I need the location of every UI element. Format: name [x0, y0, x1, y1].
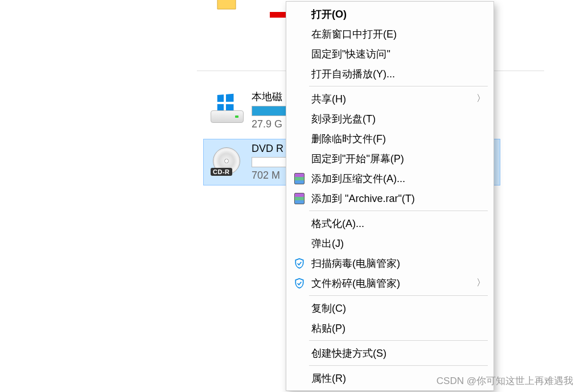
menu-item-label: 文件粉碎(电脑管家) [311, 277, 472, 290]
menu-item-label: 创建快捷方式(S) [311, 346, 486, 360]
menu-item[interactable]: 固定到"开始"屏幕(P) [286, 148, 493, 168]
menu-item-label: 共享(H) [311, 92, 472, 106]
menu-item[interactable]: 文件粉碎(电脑管家)〉 [286, 273, 493, 293]
menu-item-label: 弹出(J) [311, 237, 486, 250]
menu-item-label: 固定到"开始"屏幕(P) [311, 152, 486, 166]
menu-separator [309, 211, 488, 211]
blank-icon [292, 113, 307, 125]
blank-icon [292, 322, 307, 335]
menu-item-label: 固定到"快速访问" [311, 47, 486, 61]
menu-item[interactable]: 刻录到光盘(T) [286, 109, 493, 129]
menu-item-label: 粘贴(P) [311, 321, 486, 335]
shield-icon [292, 277, 307, 290]
context-menu: 打开(O)在新窗口中打开(E)固定到"快速访问"打开自动播放(Y)...共享(H… [286, 1, 494, 391]
menu-item-label: 格式化(A)... [311, 217, 486, 230]
blank-icon [292, 28, 307, 40]
chevron-right-icon: 〉 [476, 277, 486, 289]
menu-item[interactable]: 粘贴(P) [286, 318, 493, 338]
watermark: CSDN @你可知这世上再难遇我 [437, 374, 573, 387]
dvd-icon: CD-R [209, 147, 245, 177]
partial-folder-icon [215, 0, 238, 13]
rar-icon [292, 172, 307, 185]
menu-separator [309, 86, 488, 86]
menu-item[interactable]: 添加到压缩文件(A)... [286, 168, 493, 188]
blank-icon [292, 68, 307, 80]
menu-item[interactable]: 打开(O) [286, 4, 493, 24]
blank-icon [292, 217, 307, 230]
blank-icon [292, 347, 307, 360]
blank-icon [292, 48, 307, 60]
cdr-badge: CD-R [211, 168, 232, 176]
blank-icon [292, 152, 307, 165]
chevron-right-icon: 〉 [476, 93, 486, 105]
menu-item-label: 扫描病毒(电脑管家) [311, 257, 486, 270]
menu-separator [309, 340, 488, 341]
menu-item[interactable]: 在新窗口中打开(E) [286, 24, 493, 44]
rar-icon [292, 192, 307, 205]
menu-item-label: 刻录到光盘(T) [311, 112, 486, 126]
menu-item-label: 在新窗口中打开(E) [311, 27, 486, 41]
blank-icon [292, 93, 307, 105]
blank-icon [292, 8, 307, 20]
menu-item-label: 复制(C) [311, 302, 486, 315]
menu-separator [309, 365, 488, 366]
menu-item[interactable]: 删除临时文件(F) [286, 129, 493, 148]
menu-item[interactable]: 打开自动播放(Y)... [286, 64, 493, 84]
menu-item-label: 添加到 "Archive.rar"(T) [311, 192, 486, 205]
hdd-icon [209, 96, 245, 125]
blank-icon [292, 237, 307, 250]
menu-item-label: 删除临时文件(F) [311, 132, 486, 146]
menu-item-label: 打开(O) [311, 7, 486, 21]
blank-icon [292, 133, 307, 145]
menu-item-label: 添加到压缩文件(A)... [311, 172, 486, 185]
menu-item[interactable]: 弹出(J) [286, 233, 493, 253]
menu-item[interactable]: 共享(H)〉 [286, 89, 493, 109]
menu-item[interactable]: 复制(C) [286, 298, 493, 318]
menu-item[interactable]: 扫描病毒(电脑管家) [286, 253, 493, 273]
menu-item[interactable]: 创建快捷方式(S) [286, 343, 493, 363]
menu-item[interactable]: 固定到"快速访问" [286, 44, 493, 64]
blank-icon [292, 302, 307, 315]
menu-item[interactable]: 添加到 "Archive.rar"(T) [286, 188, 493, 208]
menu-item-label: 打开自动播放(Y)... [311, 67, 486, 81]
menu-item[interactable]: 格式化(A)... [286, 213, 493, 233]
shield-icon [292, 257, 307, 270]
menu-separator [309, 295, 488, 296]
blank-icon [292, 372, 307, 385]
